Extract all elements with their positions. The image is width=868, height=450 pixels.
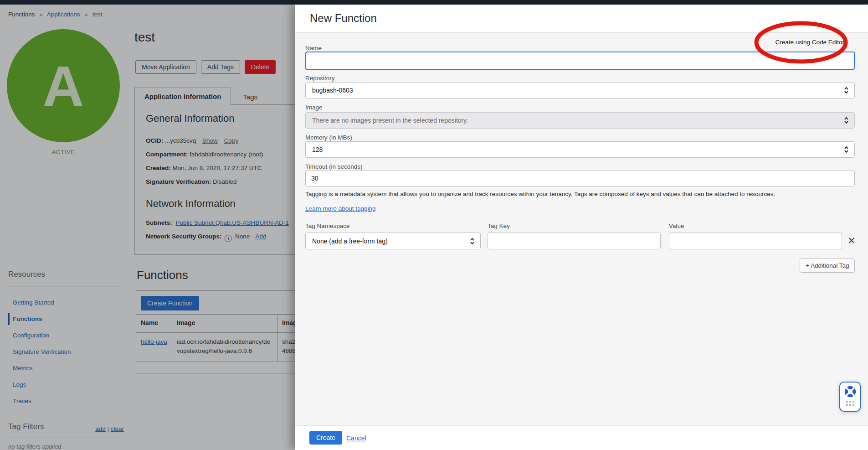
cancel-link[interactable]: Cancel — [346, 434, 366, 442]
drawer-footer: Create Cancel — [295, 425, 868, 450]
select-chevrons-icon — [844, 116, 849, 124]
memory-selected-value: 128 — [306, 146, 844, 153]
tagging-description: Tagging is a metadata system that allows… — [305, 191, 855, 197]
tag-key-input[interactable] — [488, 233, 661, 249]
select-chevrons-icon — [844, 86, 849, 94]
timeout-input[interactable] — [305, 170, 855, 186]
tag-value-input[interactable] — [669, 233, 842, 249]
top-navigation-bar — [0, 0, 868, 5]
timeout-label: Timeout (in seconds) — [305, 163, 363, 170]
tag-namespace-select[interactable]: None (add a free-form tag) — [305, 233, 481, 249]
life-preserver-icon[interactable] — [843, 385, 857, 398]
tag-value-label: Value — [669, 222, 684, 229]
image-label: Image — [305, 104, 323, 111]
remove-tag-icon[interactable]: ✕ — [845, 235, 858, 247]
additional-tag-button[interactable]: + Additional Tag — [800, 259, 855, 273]
drag-handle-dots-icon[interactable] — [846, 401, 854, 406]
create-button[interactable]: Create — [309, 431, 342, 445]
repository-select[interactable]: bugbash-0603 — [305, 82, 855, 98]
drawer-title: New Function — [310, 12, 377, 25]
tag-namespace-label: Tag Namespace — [305, 222, 350, 229]
image-placeholder-text: There are no images present in the selec… — [306, 117, 844, 124]
memory-label: Memory (in MBs) — [305, 134, 352, 141]
repository-label: Repository — [305, 75, 335, 82]
image-select: There are no images present in the selec… — [305, 112, 855, 129]
tag-namespace-selected-value: None (add a free-form tag) — [306, 238, 470, 245]
select-chevrons-icon — [470, 237, 475, 245]
help-widget[interactable] — [839, 382, 861, 412]
tag-key-label: Tag Key — [488, 222, 510, 229]
name-input[interactable] — [305, 52, 855, 70]
drawer-header: New Function — [295, 5, 868, 33]
name-label: Name — [305, 45, 322, 52]
learn-more-tagging-link[interactable]: Learn more about tagging — [305, 205, 376, 212]
create-using-code-editor-link[interactable]: Create using Code Editor — [775, 39, 844, 46]
modal-overlay[interactable] — [0, 5, 295, 450]
repository-selected-value: bugbash-0603 — [306, 87, 844, 94]
new-function-drawer: New Function Create using Code Editor Na… — [295, 5, 868, 450]
memory-select[interactable]: 128 — [305, 141, 855, 158]
select-chevrons-icon — [844, 145, 849, 154]
